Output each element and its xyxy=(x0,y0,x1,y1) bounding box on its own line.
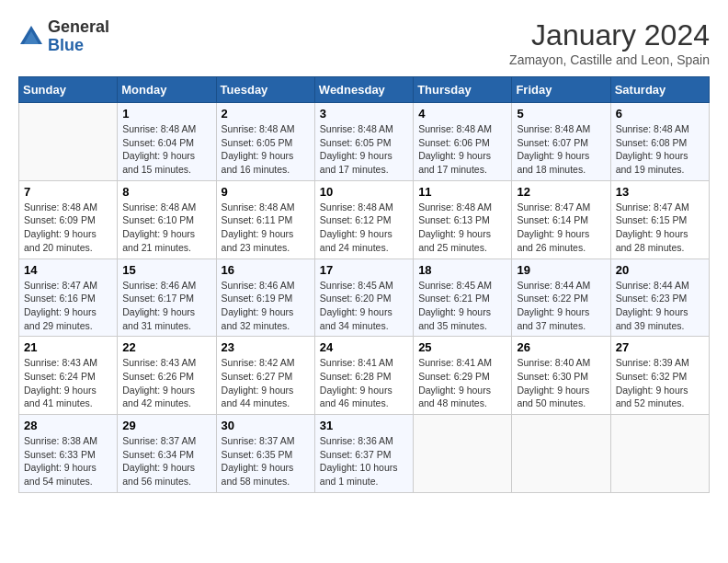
calendar-cell xyxy=(19,103,118,181)
calendar-cell: 3Sunrise: 8:48 AMSunset: 6:05 PMDaylight… xyxy=(314,103,413,181)
calendar-cell: 11Sunrise: 8:48 AMSunset: 6:13 PMDayligh… xyxy=(414,180,512,259)
calendar-week-row: 21Sunrise: 8:43 AMSunset: 6:24 PMDayligh… xyxy=(19,337,710,415)
calendar-cell: 6Sunrise: 8:48 AMSunset: 6:08 PMDaylight… xyxy=(610,103,709,181)
weekday-header-cell: Friday xyxy=(512,77,610,103)
weekday-header-row: SundayMondayTuesdayWednesdayThursdayFrid… xyxy=(19,77,710,103)
calendar-cell: 9Sunrise: 8:48 AMSunset: 6:11 PMDaylight… xyxy=(216,180,314,259)
day-number: 20 xyxy=(616,263,704,277)
calendar-cell xyxy=(512,415,610,493)
calendar-cell: 13Sunrise: 8:47 AMSunset: 6:15 PMDayligh… xyxy=(610,180,709,259)
calendar-week-row: 14Sunrise: 8:47 AMSunset: 6:16 PMDayligh… xyxy=(19,259,710,337)
calendar-cell: 20Sunrise: 8:44 AMSunset: 6:23 PMDayligh… xyxy=(610,259,709,337)
calendar-cell: 16Sunrise: 8:46 AMSunset: 6:19 PMDayligh… xyxy=(216,259,314,337)
calendar-cell: 8Sunrise: 8:48 AMSunset: 6:10 PMDaylight… xyxy=(118,180,216,259)
calendar-cell: 1Sunrise: 8:48 AMSunset: 6:04 PMDaylight… xyxy=(118,103,216,181)
calendar-cell: 31Sunrise: 8:36 AMSunset: 6:37 PMDayligh… xyxy=(314,415,413,493)
title-area: January 2024 Zamayon, Castille and Leon,… xyxy=(509,18,710,67)
calendar-cell: 23Sunrise: 8:42 AMSunset: 6:27 PMDayligh… xyxy=(216,337,314,415)
calendar-cell: 14Sunrise: 8:47 AMSunset: 6:16 PMDayligh… xyxy=(19,259,118,337)
weekday-header-cell: Tuesday xyxy=(216,77,314,103)
calendar-cell: 15Sunrise: 8:46 AMSunset: 6:17 PMDayligh… xyxy=(118,259,216,337)
calendar-cell: 28Sunrise: 8:38 AMSunset: 6:33 PMDayligh… xyxy=(19,415,118,493)
day-info: Sunrise: 8:48 AMSunset: 6:13 PMDaylight:… xyxy=(418,201,506,255)
day-number: 6 xyxy=(616,107,704,121)
day-number: 30 xyxy=(222,419,310,432)
calendar-cell: 29Sunrise: 8:37 AMSunset: 6:34 PMDayligh… xyxy=(118,415,216,493)
weekday-header-cell: Thursday xyxy=(414,77,512,103)
day-info: Sunrise: 8:48 AMSunset: 6:09 PMDaylight:… xyxy=(24,201,112,255)
calendar-week-row: 7Sunrise: 8:48 AMSunset: 6:09 PMDaylight… xyxy=(19,180,710,259)
day-info: Sunrise: 8:44 AMSunset: 6:23 PMDaylight:… xyxy=(616,279,704,333)
day-number: 13 xyxy=(616,185,704,199)
day-number: 14 xyxy=(24,263,112,277)
day-info: Sunrise: 8:43 AMSunset: 6:24 PMDaylight:… xyxy=(24,356,112,410)
day-info: Sunrise: 8:48 AMSunset: 6:07 PMDaylight:… xyxy=(517,122,605,177)
day-info: Sunrise: 8:48 AMSunset: 6:04 PMDaylight:… xyxy=(122,122,210,177)
day-info: Sunrise: 8:47 AMSunset: 6:14 PMDaylight:… xyxy=(517,201,605,255)
day-number: 23 xyxy=(222,340,310,354)
day-info: Sunrise: 8:43 AMSunset: 6:26 PMDaylight:… xyxy=(122,356,210,410)
calendar-cell: 5Sunrise: 8:48 AMSunset: 6:07 PMDaylight… xyxy=(512,103,610,181)
day-info: Sunrise: 8:37 AMSunset: 6:35 PMDaylight:… xyxy=(222,434,310,488)
day-number: 21 xyxy=(24,340,112,354)
day-info: Sunrise: 8:38 AMSunset: 6:33 PMDaylight:… xyxy=(24,434,112,488)
calendar-cell: 2Sunrise: 8:48 AMSunset: 6:05 PMDaylight… xyxy=(216,103,314,181)
day-info: Sunrise: 8:48 AMSunset: 6:05 PMDaylight:… xyxy=(320,122,408,177)
day-number: 2 xyxy=(222,107,310,121)
day-info: Sunrise: 8:36 AMSunset: 6:37 PMDaylight:… xyxy=(320,434,408,488)
weekday-header-cell: Monday xyxy=(118,77,216,103)
month-title: January 2024 xyxy=(509,18,710,52)
calendar-cell: 26Sunrise: 8:40 AMSunset: 6:30 PMDayligh… xyxy=(512,337,610,415)
day-number: 5 xyxy=(517,107,605,121)
day-number: 11 xyxy=(418,185,506,199)
day-info: Sunrise: 8:48 AMSunset: 6:11 PMDaylight:… xyxy=(222,201,310,255)
day-number: 27 xyxy=(616,340,704,354)
day-info: Sunrise: 8:48 AMSunset: 6:08 PMDaylight:… xyxy=(616,122,704,177)
day-number: 18 xyxy=(418,263,506,277)
day-number: 19 xyxy=(517,263,605,277)
page-header: General Blue January 2024 Zamayon, Casti… xyxy=(18,18,710,67)
calendar-body: 1Sunrise: 8:48 AMSunset: 6:04 PMDaylight… xyxy=(19,103,710,493)
weekday-header-cell: Sunday xyxy=(19,77,118,103)
calendar-cell: 18Sunrise: 8:45 AMSunset: 6:21 PMDayligh… xyxy=(414,259,512,337)
logo: General Blue xyxy=(18,18,109,55)
day-info: Sunrise: 8:48 AMSunset: 6:06 PMDaylight:… xyxy=(418,122,506,177)
logo-general: General xyxy=(48,18,109,37)
calendar-cell: 25Sunrise: 8:41 AMSunset: 6:29 PMDayligh… xyxy=(414,337,512,415)
day-number: 15 xyxy=(122,263,210,277)
location: Zamayon, Castille and Leon, Spain xyxy=(509,52,710,67)
day-number: 22 xyxy=(122,340,210,354)
day-number: 9 xyxy=(222,185,310,199)
day-info: Sunrise: 8:47 AMSunset: 6:16 PMDaylight:… xyxy=(24,279,112,333)
day-info: Sunrise: 8:45 AMSunset: 6:21 PMDaylight:… xyxy=(418,279,506,333)
day-number: 8 xyxy=(122,185,210,199)
day-info: Sunrise: 8:46 AMSunset: 6:17 PMDaylight:… xyxy=(122,279,210,333)
logo-icon xyxy=(18,24,44,50)
day-number: 4 xyxy=(418,107,506,121)
calendar-cell: 12Sunrise: 8:47 AMSunset: 6:14 PMDayligh… xyxy=(512,180,610,259)
day-number: 1 xyxy=(122,107,210,121)
day-number: 31 xyxy=(320,419,408,432)
day-info: Sunrise: 8:42 AMSunset: 6:27 PMDaylight:… xyxy=(222,356,310,410)
day-info: Sunrise: 8:48 AMSunset: 6:05 PMDaylight:… xyxy=(222,122,310,177)
calendar-cell: 27Sunrise: 8:39 AMSunset: 6:32 PMDayligh… xyxy=(610,337,709,415)
day-info: Sunrise: 8:41 AMSunset: 6:28 PMDaylight:… xyxy=(320,356,408,410)
day-number: 3 xyxy=(320,107,408,121)
day-number: 16 xyxy=(222,263,310,277)
calendar-cell: 30Sunrise: 8:37 AMSunset: 6:35 PMDayligh… xyxy=(216,415,314,493)
weekday-header-cell: Saturday xyxy=(610,77,709,103)
logo-blue: Blue xyxy=(48,37,109,55)
calendar-cell: 24Sunrise: 8:41 AMSunset: 6:28 PMDayligh… xyxy=(314,337,413,415)
calendar-cell: 21Sunrise: 8:43 AMSunset: 6:24 PMDayligh… xyxy=(19,337,118,415)
day-info: Sunrise: 8:44 AMSunset: 6:22 PMDaylight:… xyxy=(517,279,605,333)
day-info: Sunrise: 8:37 AMSunset: 6:34 PMDaylight:… xyxy=(122,434,210,488)
day-info: Sunrise: 8:48 AMSunset: 6:10 PMDaylight:… xyxy=(122,201,210,255)
calendar-week-row: 1Sunrise: 8:48 AMSunset: 6:04 PMDaylight… xyxy=(19,103,710,181)
day-info: Sunrise: 8:40 AMSunset: 6:30 PMDaylight:… xyxy=(517,356,605,410)
calendar-cell: 17Sunrise: 8:45 AMSunset: 6:20 PMDayligh… xyxy=(314,259,413,337)
weekday-header-cell: Wednesday xyxy=(314,77,413,103)
day-info: Sunrise: 8:48 AMSunset: 6:12 PMDaylight:… xyxy=(320,201,408,255)
day-info: Sunrise: 8:41 AMSunset: 6:29 PMDaylight:… xyxy=(418,356,506,410)
calendar-cell: 10Sunrise: 8:48 AMSunset: 6:12 PMDayligh… xyxy=(314,180,413,259)
day-number: 25 xyxy=(418,340,506,354)
